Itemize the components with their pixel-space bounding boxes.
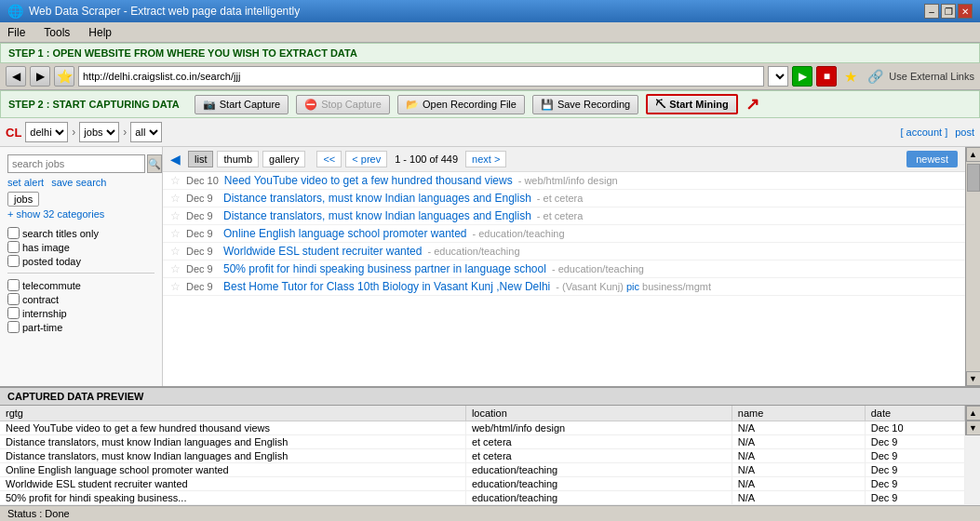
job-title-link[interactable]: Distance translators, must know Indian l… [223,192,531,205]
part-time-checkbox[interactable] [7,321,20,333]
help-menu[interactable]: Help [85,24,115,41]
link-button[interactable]: 🔗 [865,66,885,87]
sidebar: 🔍 set alert save search jobs + show 32 c… [0,147,163,386]
mining-arrow: ↗ [745,94,759,114]
col-header-date: date [865,406,964,421]
category-select[interactable]: all [130,122,162,142]
has-image-checkbox[interactable] [7,241,20,253]
scroll-down-button[interactable]: ▼ [966,371,981,386]
star-icon[interactable]: ☆ [170,262,181,275]
contract-checkbox[interactable] [7,293,20,305]
open-recording-button[interactable]: 📂 Open Recording File [397,95,525,114]
job-category: - education/teaching [552,263,644,274]
star-icon[interactable]: ☆ [170,174,181,187]
preview-header: CAPTURED DATA PREVIEW [0,388,980,406]
camera-icon: 📷 [203,99,216,111]
favorite-button[interactable]: ★ [840,66,861,87]
search-titles-filter: search titles only [7,227,154,239]
prev-page-button[interactable]: < prev [345,151,387,167]
ext-links-button[interactable]: Use External Links [889,71,974,82]
post-link[interactable]: post [955,127,974,138]
nav-bar: ◀ ▶ ⭐ ▶ ■ ★ 🔗 Use External Links [0,63,980,90]
restore-button[interactable]: ❐ [941,4,956,19]
job-category: - education/teaching [427,246,519,257]
job-listings: ☆ Dec 10 Need YouTube video to get a few… [163,172,965,296]
preview-scroll-up[interactable]: ▲ [966,406,981,421]
preview-table: rgtg location name date Need YouTube vid… [0,406,965,505]
job-date: Dec 9 [186,246,218,257]
job-category: - et cetera [537,193,584,204]
job-date: Dec 9 [186,193,218,204]
job-title-link[interactable]: Best Home Tutor for Class 10th Biology i… [223,280,550,293]
stop-button[interactable]: ■ [816,66,837,87]
star-icon[interactable]: ☆ [170,227,181,240]
job-title-link[interactable]: Worldwide ESL student recruiter wanted [223,245,422,258]
job-category: - et cetera [537,210,584,221]
go-button[interactable]: ▶ [792,66,812,87]
newest-button[interactable]: newest [906,151,958,167]
forward-nav-button[interactable]: ▶ [30,66,50,87]
star-icon[interactable]: ☆ [170,245,181,258]
internship-filter: internship [7,307,154,319]
set-alert-link[interactable]: set alert [7,177,44,188]
home-nav-button[interactable]: ⭐ [54,66,74,87]
save-search-link[interactable]: save search [51,177,106,188]
back-button[interactable]: ◀ [170,152,181,167]
star-icon[interactable]: ☆ [170,192,181,205]
mining-icon: ⛏ [655,99,665,110]
thumb-view-button[interactable]: thumb [217,151,259,167]
content-area: ◀ list thumb gallery << < prev 1 - 100 o… [163,147,965,386]
gallery-view-button[interactable]: gallery [262,151,305,167]
first-page-button[interactable]: << [316,151,342,167]
job-date: Dec 9 [186,210,218,221]
cl-label: CL [6,126,21,140]
account-link[interactable]: [ account ] [900,127,947,138]
star-icon[interactable]: ☆ [170,280,181,293]
stop-capture-button[interactable]: ⛔ Stop Capture [296,95,390,114]
table-row: 50% profit for hindi speaking business..… [0,491,965,505]
section-select[interactable]: jobs [79,122,119,142]
table-row: Need YouTube video to get a few hundred … [0,421,965,435]
tools-menu[interactable]: Tools [40,24,74,41]
job-title-link[interactable]: Distance translators, must know Indian l… [223,209,531,222]
file-menu[interactable]: File [4,24,29,41]
preview-scroll-down[interactable]: ▼ [966,421,981,435]
telecommute-checkbox[interactable] [7,279,20,291]
job-title-link[interactable]: Need YouTube video to get a few hundred … [224,174,513,187]
step2-label: STEP 2 : START CAPTURING DATA [8,99,180,110]
job-title-link[interactable]: 50% profit for hindi speaking business p… [223,262,546,275]
table-row: Distance translators, must know Indian l… [0,435,965,449]
scroll-up-button[interactable]: ▲ [966,147,981,162]
job-date: Dec 10 [186,175,219,186]
next-page-button[interactable]: next > [465,151,506,167]
col-header-rgtg: rgtg [0,406,465,421]
contract-filter: contract [7,293,154,305]
table-row: Worldwide ESL student recruiter wanteded… [0,477,965,491]
search-titles-checkbox[interactable] [7,227,20,239]
posted-today-checkbox[interactable] [7,255,20,267]
page-info: 1 - 100 of 449 [395,154,458,165]
job-title-link[interactable]: Online English language school promoter … [223,227,467,240]
scroll-thumb[interactable] [967,164,980,192]
stop-capture-icon: ⛔ [304,99,317,111]
step2-bar: STEP 2 : START CAPTURING DATA 📷 Start Ca… [0,90,980,118]
city-select[interactable]: delhi [25,122,68,142]
step1-bar: STEP 1 : OPEN WEBSITE FROM WHERE YOU WIS… [0,43,980,63]
start-capture-button[interactable]: 📷 Start Capture [195,95,289,114]
start-mining-button[interactable]: ⛏ Start Mining [646,94,738,114]
list-view-button[interactable]: list [188,151,213,167]
internship-checkbox[interactable] [7,307,20,319]
star-icon[interactable]: ☆ [170,209,181,222]
table-row: Online English language school promoter … [0,463,965,477]
url-input[interactable] [78,66,764,87]
minimize-button[interactable]: – [924,4,939,19]
job-date: Dec 9 [186,281,218,292]
show-categories-link[interactable]: + show 32 categories [7,208,154,220]
search-input[interactable] [7,154,145,173]
search-button[interactable]: 🔍 [147,154,162,173]
save-recording-button[interactable]: 💾 Save Recording [532,95,638,114]
back-nav-button[interactable]: ◀ [6,66,26,87]
url-dropdown[interactable] [768,66,788,87]
preview-section: CAPTURED DATA PREVIEW rgtg location name… [0,386,980,505]
close-button[interactable]: ✕ [958,4,973,19]
